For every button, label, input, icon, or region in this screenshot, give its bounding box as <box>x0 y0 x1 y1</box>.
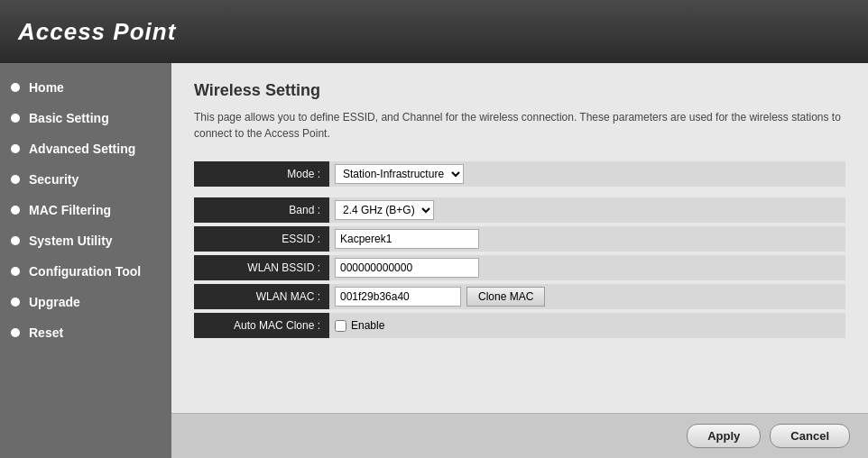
sidebar-item-label: MAC Filtering <box>29 203 111 217</box>
sidebar-item-configuration-tool[interactable]: Configuration Tool <box>0 256 171 287</box>
page-description: This page allows you to define ESSID, an… <box>194 109 845 142</box>
sidebar-item-label: Security <box>29 172 78 187</box>
band-row: Band : 2.4 GHz (B+G) 2.4 GHz (B) 2.4 GHz… <box>194 197 845 223</box>
bullet-icon <box>11 328 20 337</box>
sidebar-item-mac-filtering[interactable]: MAC Filtering <box>0 195 171 225</box>
sidebar-item-basic-setting[interactable]: Basic Setting <box>0 103 171 133</box>
band-input-cell: 2.4 GHz (B+G) 2.4 GHz (B) 2.4 GHz (G) 5 … <box>329 197 845 223</box>
wlan-bssid-label: WLAN BSSID : <box>194 255 329 280</box>
sidebar-item-label: Basic Setting <box>29 111 109 125</box>
essid-input-cell <box>329 226 845 252</box>
bullet-icon <box>11 298 20 307</box>
enable-checkbox[interactable] <box>335 320 346 332</box>
mode-label: Mode : <box>194 161 329 187</box>
sidebar-item-label: Home <box>29 80 64 95</box>
bullet-icon <box>11 144 20 153</box>
sidebar-item-label: Configuration Tool <box>29 264 141 279</box>
sidebar-item-reset[interactable]: Reset <box>0 317 171 348</box>
sidebar-item-upgrade[interactable]: Upgrade <box>0 287 171 317</box>
wlan-mac-label: WLAN MAC : <box>194 284 329 309</box>
wlan-bssid-input-cell <box>329 255 845 280</box>
essid-row: ESSID : <box>194 226 845 252</box>
bullet-icon <box>11 83 20 92</box>
sidebar-item-security[interactable]: Security <box>0 164 171 195</box>
sidebar-item-label: Upgrade <box>29 295 80 309</box>
wlan-mac-input-cell: Clone MAC <box>329 284 845 309</box>
cancel-button[interactable]: Cancel <box>770 424 850 448</box>
mode-row: Mode : Station-Infrastructure Access Poi… <box>194 161 845 187</box>
bullet-icon <box>11 236 20 245</box>
mode-input-cell: Station-Infrastructure Access Point WDS … <box>329 161 845 187</box>
auto-mac-clone-input-cell: Enable <box>329 313 845 338</box>
bottom-bar: Apply Cancel <box>171 413 868 458</box>
enable-checkbox-container: Enable <box>335 319 384 332</box>
sidebar-item-home[interactable]: Home <box>0 72 171 103</box>
main-layout: Home Basic Setting Advanced Setting Secu… <box>0 63 868 458</box>
mode-select[interactable]: Station-Infrastructure Access Point WDS … <box>335 164 464 184</box>
auto-mac-clone-label: Auto MAC Clone : <box>194 313 329 338</box>
app-title: Access Point <box>18 18 176 46</box>
content-area: Wireless Setting This page allows you to… <box>171 63 868 413</box>
clone-mac-button[interactable]: Clone MAC <box>466 287 545 307</box>
essid-label: ESSID : <box>194 226 329 252</box>
apply-button[interactable]: Apply <box>687 424 761 448</box>
band-label: Band : <box>194 197 329 223</box>
page-title: Wireless Setting <box>194 81 845 100</box>
wlan-bssid-input[interactable] <box>335 258 479 278</box>
bullet-icon <box>11 175 20 184</box>
bullet-icon <box>11 114 20 123</box>
wlan-bssid-row: WLAN BSSID : <box>194 255 845 280</box>
wlan-mac-row: WLAN MAC : Clone MAC <box>194 284 845 309</box>
sidebar: Home Basic Setting Advanced Setting Secu… <box>0 63 171 458</box>
enable-label: Enable <box>351 319 384 332</box>
sidebar-item-label: Reset <box>29 325 63 340</box>
bullet-icon <box>11 267 20 276</box>
sidebar-item-label: Advanced Setting <box>29 142 135 156</box>
sidebar-item-system-utility[interactable]: System Utility <box>0 225 171 256</box>
essid-input[interactable] <box>335 229 479 249</box>
auto-mac-clone-row: Auto MAC Clone : Enable <box>194 313 845 338</box>
bullet-icon <box>11 206 20 215</box>
wlan-mac-input[interactable] <box>335 287 461 307</box>
band-select[interactable]: 2.4 GHz (B+G) 2.4 GHz (B) 2.4 GHz (G) 5 … <box>335 200 434 220</box>
header: Access Point <box>0 0 868 63</box>
sidebar-item-advanced-setting[interactable]: Advanced Setting <box>0 133 171 164</box>
sidebar-item-label: System Utility <box>29 234 113 248</box>
